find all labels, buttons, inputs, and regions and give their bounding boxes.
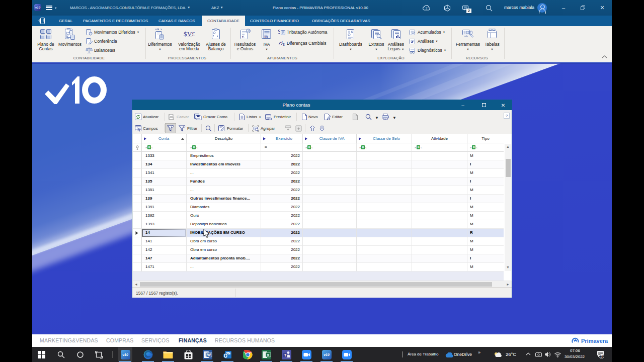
- svg-text:$: $: [283, 43, 285, 46]
- svg-text:W: W: [207, 352, 211, 357]
- svg-text:€: €: [242, 35, 245, 39]
- svg-text:£: £: [192, 30, 195, 38]
- svg-text:T: T: [284, 353, 286, 357]
- svg-text:X: X: [267, 352, 270, 357]
- svg-text:$: $: [184, 30, 187, 38]
- svg-text:?: ?: [425, 7, 427, 10]
- svg-text:IVA: IVA: [265, 36, 269, 39]
